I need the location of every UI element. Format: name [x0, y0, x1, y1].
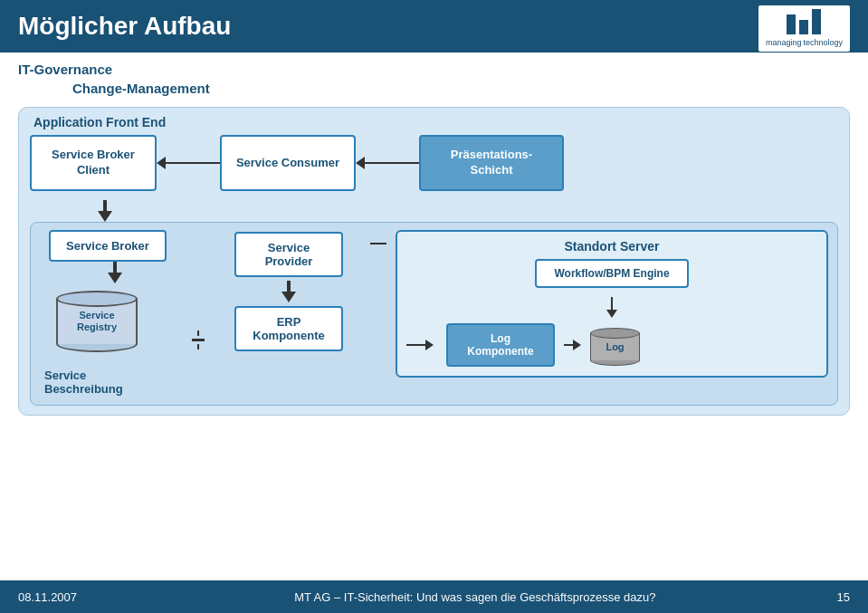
service-broker-client-box: Service Broker Client	[30, 135, 157, 191]
standort-server-label: Standort Server	[406, 239, 817, 254]
service-beschreibung-label: ServiceBeschreibung	[44, 369, 123, 396]
log-row: Log Komponente Log	[406, 323, 817, 367]
outer-container: Application Front End Service Broker Cli…	[18, 107, 850, 416]
standort-container: Standort Server Workflow/BPM Engine	[396, 230, 828, 378]
erp-to-log-arrow	[406, 340, 434, 350]
wf-arrow-head-icon	[606, 310, 617, 318]
log-cylinder: Log	[590, 328, 640, 366]
logo-text2: technology	[803, 38, 843, 48]
logo-area: managing technology	[758, 5, 850, 52]
footer: 08.11.2007 MT AG – IT-Sicherheit: Und wa…	[0, 580, 868, 613]
s-cyl-top	[590, 328, 640, 339]
right-panel: Standort Server Workflow/BPM Engine	[396, 230, 828, 396]
page-title: Möglicher Aufbau	[18, 12, 231, 41]
arrow-shaft2	[113, 262, 117, 273]
service-provider-box: Service Provider	[234, 232, 343, 277]
app-front-end-label: Application Front End	[33, 115, 838, 129]
h-arrow-line	[406, 344, 425, 346]
wf-arrow-shaft	[611, 297, 613, 310]
sb-down-arrow	[108, 262, 122, 283]
logo-text: managing	[766, 38, 802, 48]
inner-container: Service Broker Service Registry	[30, 222, 838, 406]
log-komponente-box: Log Komponente	[446, 323, 555, 367]
logo-bar-1	[787, 14, 796, 34]
it-governance-label: IT-Governance	[18, 62, 112, 77]
sp-to-right-arrow	[370, 230, 386, 396]
main-content: IT-Governance Change-Management Applicat…	[0, 53, 868, 416]
wf-down-arrow	[610, 297, 614, 318]
service-beschreibung-area: ServiceBeschreibung	[40, 359, 123, 396]
arrow-praes-to-sc	[356, 157, 419, 169]
arrow-sc-to-sbc	[157, 157, 220, 169]
logo-icon	[787, 9, 821, 34]
arrow-head-left-icon	[157, 157, 166, 169]
footer-page: 15	[837, 590, 850, 604]
change-management-label: Change-Management	[72, 81, 210, 96]
top-row: Service Broker Client Service Consumer P…	[30, 135, 838, 191]
logo-bar-2	[799, 20, 808, 34]
arrow-line	[166, 162, 220, 164]
cylinder-top	[56, 291, 138, 307]
arrow-shaft	[103, 200, 107, 211]
sp-arrow-head-icon	[281, 292, 296, 302]
logo-bar-3	[812, 9, 821, 34]
service-registry-cylinder: Service Registry	[56, 291, 138, 352]
praesentation-schicht-box: Präsentations- Schicht	[419, 135, 564, 191]
footer-date: 08.11.2007	[18, 590, 77, 604]
log-arrow-line	[564, 344, 573, 346]
arrow-line2	[365, 162, 419, 164]
left-panel: Service Broker Service Registry	[40, 230, 180, 396]
sbc-down-arrow	[98, 200, 838, 222]
arrow-down2-icon	[108, 273, 122, 283]
service-consumer-box: Service Consumer	[220, 135, 356, 191]
footer-text: MT AG – IT-Sicherheit: Und was sagen die…	[113, 590, 836, 604]
log-to-cyl-arrow	[564, 340, 581, 350]
header-bar: Möglicher Aufbau managing technology	[0, 0, 868, 53]
arrow-head-left2-icon	[356, 157, 365, 169]
service-broker-box: Service Broker	[49, 230, 167, 262]
log-arrow-head-icon	[573, 340, 581, 350]
mid-panel: Service Provider ERP Komponente	[216, 230, 361, 396]
sp-arrow-shaft	[287, 281, 291, 292]
workflow-bpm-box: Workflow/BPM Engine	[535, 259, 689, 288]
sp-down-arrow	[281, 281, 296, 302]
left-mid-connector	[189, 284, 207, 396]
arrow-head-down-icon	[98, 211, 112, 222]
erp-komponente-box: ERP Komponente	[234, 306, 343, 351]
h-arrow-head-icon	[425, 340, 434, 350]
